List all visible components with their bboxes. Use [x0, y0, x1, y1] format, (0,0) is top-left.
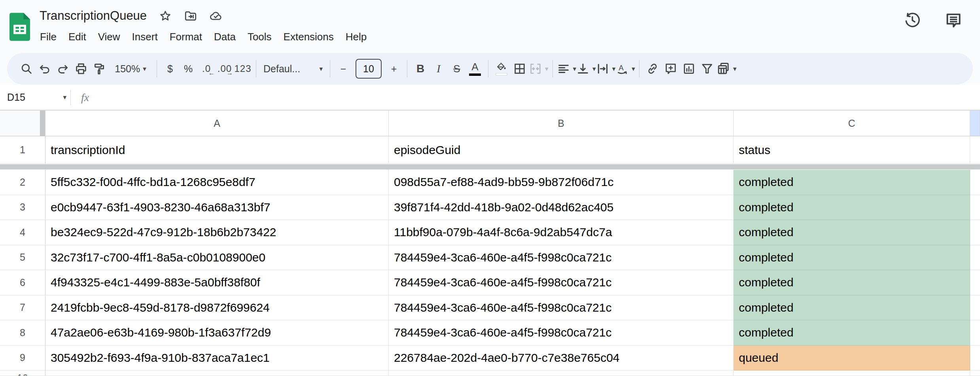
format-percent-button[interactable]: %	[179, 59, 197, 78]
cell-transcription-id[interactable]: 5ff5c332-f00d-4ffc-bd1a-1268c95e8df7	[45, 170, 389, 195]
cell-sliver[interactable]	[970, 346, 980, 371]
field-header-cell[interactable]: episodeGuid	[389, 136, 734, 164]
cell-episode-guid[interactable]: 11bbf90a-079b-4a4f-8c6a-9d2ab547dc7a	[389, 220, 734, 245]
formula-input[interactable]	[89, 85, 980, 110]
cell-sliver[interactable]	[970, 136, 980, 164]
cell-status[interactable]: completed	[734, 295, 970, 321]
cloud-saved-icon[interactable]	[209, 9, 223, 23]
cell-status[interactable]: completed	[734, 220, 970, 245]
cell-transcription-id[interactable]: 32c73f17-c700-4ff1-8a5a-c0b0108900e0	[45, 245, 389, 271]
row-header-9[interactable]: 9	[0, 346, 45, 371]
menu-data[interactable]: Data	[208, 28, 242, 45]
insert-link-icon[interactable]	[643, 59, 662, 78]
menu-help[interactable]: Help	[340, 28, 373, 45]
cell-status[interactable]: completed	[734, 170, 970, 195]
insert-chart-icon[interactable]	[680, 59, 698, 78]
select-all-corner[interactable]	[0, 111, 45, 136]
cell-status[interactable]: completed	[734, 245, 970, 271]
row-header-8[interactable]: 8	[0, 320, 45, 346]
empty-cell[interactable]	[45, 370, 389, 376]
column-header-C[interactable]: C	[734, 111, 970, 136]
cell-transcription-id[interactable]: 47a2ae06-e63b-4169-980b-1f3a637f72d9	[45, 320, 389, 346]
cell-status[interactable]: completed	[734, 195, 970, 220]
field-header-cell[interactable]: status	[734, 136, 970, 164]
cell-transcription-id[interactable]: 4f943325-e4c1-4499-883e-5a0bff38f80f	[45, 270, 389, 295]
bold-button[interactable]: B	[411, 59, 429, 78]
create-filter-icon[interactable]	[698, 59, 716, 78]
cell-sliver[interactable]	[970, 245, 980, 271]
decrease-font-size-button[interactable]: −	[334, 59, 352, 78]
menu-edit[interactable]: Edit	[62, 28, 92, 45]
cell-episode-guid[interactable]: 784459e4-3ca6-460e-a4f5-f998c0ca721c	[389, 270, 734, 295]
menu-file[interactable]: File	[34, 28, 62, 45]
menu-extensions[interactable]: Extensions	[278, 28, 340, 45]
row-header-5[interactable]: 5	[0, 245, 45, 271]
cell-sliver[interactable]	[970, 195, 980, 220]
font-select[interactable]: Defaul...▾	[260, 59, 326, 78]
fill-color-button[interactable]	[492, 59, 511, 78]
cell-sliver[interactable]	[970, 270, 980, 295]
decrease-decimal-button[interactable]: .0←	[197, 59, 216, 78]
text-color-button[interactable]: A	[466, 59, 484, 78]
row-header-7[interactable]: 7	[0, 295, 45, 321]
cell-sliver[interactable]	[970, 170, 980, 195]
format-currency-button[interactable]: $	[161, 59, 179, 78]
empty-cell[interactable]	[389, 370, 734, 376]
vertical-align-button[interactable]: ▾	[576, 59, 596, 78]
cell-episode-guid[interactable]: 784459e4-3ca6-460e-a4f5-f998c0ca721c	[389, 245, 734, 271]
comment-history-icon[interactable]	[944, 11, 963, 29]
more-formats-button[interactable]: 123	[234, 59, 252, 78]
cell-transcription-id[interactable]: e0cb9447-63f1-4903-8230-46a68a313bf7	[45, 195, 389, 220]
name-box[interactable]: D15 ▾	[0, 85, 70, 110]
cell-transcription-id[interactable]: 305492b2-f693-4f9a-910b-837aca7a1ec1	[45, 346, 389, 371]
row-header-10[interactable]: 10	[0, 370, 45, 376]
redo-icon[interactable]	[54, 59, 72, 78]
column-header-D-sliver[interactable]	[970, 111, 980, 136]
frozen-row-divider[interactable]	[0, 164, 980, 170]
menu-tools[interactable]: Tools	[242, 28, 278, 45]
cell-transcription-id[interactable]: be324ec9-522d-47c9-912b-18b6b2b73422	[45, 220, 389, 245]
cell-sliver[interactable]	[970, 320, 980, 346]
row-header-4[interactable]: 4	[0, 220, 45, 245]
row-header-2[interactable]: 2	[0, 170, 45, 195]
cell-episode-guid[interactable]: 784459e4-3ca6-460e-a4f5-f998c0ca721c	[389, 320, 734, 346]
cell-episode-guid[interactable]: 784459e4-3ca6-460e-a4f5-f998c0ca721c	[389, 295, 734, 321]
borders-button[interactable]	[511, 59, 529, 78]
paint-format-icon[interactable]	[90, 59, 108, 78]
sheets-logo[interactable]	[9, 13, 30, 41]
cell-episode-guid[interactable]: 39f871f4-42dd-418b-9a02-0d48d62ac405	[389, 195, 734, 220]
version-history-icon[interactable]	[903, 11, 921, 29]
cell-status[interactable]: queued	[734, 346, 970, 371]
font-size-input[interactable]: 10	[356, 59, 382, 79]
star-icon[interactable]	[159, 9, 172, 23]
menu-format[interactable]: Format	[164, 28, 208, 45]
move-to-folder-icon[interactable]	[184, 9, 197, 23]
merge-cells-button[interactable]: ▾	[529, 59, 549, 78]
search-icon[interactable]	[17, 59, 36, 78]
row-header-3[interactable]: 3	[0, 195, 45, 220]
text-wrap-button[interactable]: ▾	[596, 59, 616, 78]
field-header-cell[interactable]: transcriptionId	[45, 136, 389, 164]
row-header-6[interactable]: 6	[0, 270, 45, 295]
strikethrough-button[interactable]: S	[448, 59, 466, 78]
cell-transcription-id[interactable]: 2419fcbb-9ec8-459d-8178-d9872f699624	[45, 295, 389, 321]
column-header-B[interactable]: B	[389, 111, 734, 136]
text-rotation-button[interactable]: A ▾	[615, 59, 635, 78]
row-header-1[interactable]: 1	[0, 136, 45, 164]
document-title[interactable]: TranscriptionQueue	[40, 9, 147, 23]
horizontal-align-button[interactable]: ▾	[557, 59, 577, 78]
cell-episode-guid[interactable]: 226784ae-202d-4ae0-b770-c7e38e765c04	[389, 346, 734, 371]
insert-comment-icon[interactable]	[662, 59, 680, 78]
cell-sliver[interactable]	[970, 220, 980, 245]
undo-icon[interactable]	[36, 59, 54, 78]
increase-decimal-button[interactable]: .00→	[216, 59, 234, 78]
italic-button[interactable]: I	[429, 59, 448, 78]
cell-episode-guid[interactable]: 098d55a7-ef88-4ad9-bb59-9b872f06d71c	[389, 170, 734, 195]
column-header-A[interactable]: A	[45, 111, 389, 136]
menu-view[interactable]: View	[92, 28, 126, 45]
empty-cell[interactable]	[734, 370, 970, 376]
table-views-icon[interactable]: ▾	[716, 59, 737, 78]
increase-font-size-button[interactable]: +	[385, 59, 403, 78]
cell-sliver[interactable]	[970, 370, 980, 376]
cell-status[interactable]: completed	[734, 270, 970, 295]
